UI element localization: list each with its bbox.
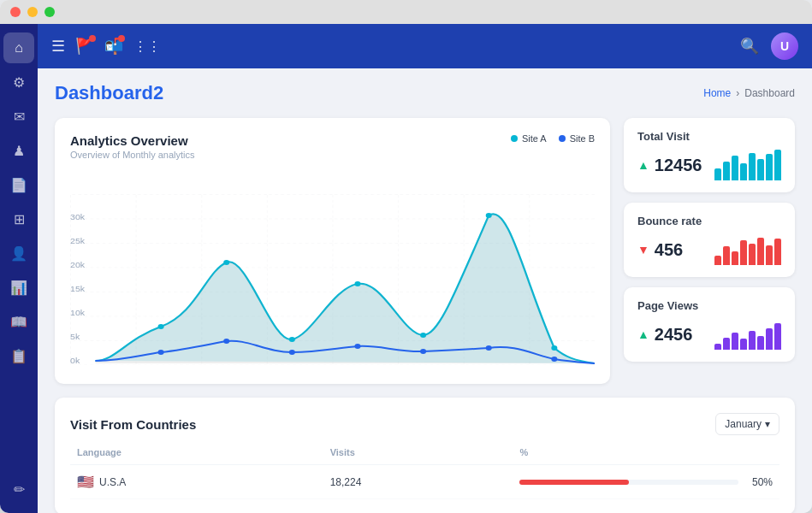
mini-bar-b4 [740,240,747,265]
user-avatar[interactable]: U [771,32,798,60]
analytics-chart-card: Analytics Overview Overview of Monthly a… [55,118,610,384]
mini-bar-8 [774,150,781,180]
countries-table-card: Visit From Countries January ▾ Language … [55,398,795,513]
point-b-5 [354,344,360,349]
team-icon[interactable]: 👤 [3,238,34,268]
search-icon[interactable]: 🔍 [740,37,759,56]
legend-label-a: Site A [522,133,547,144]
mini-bar-b2 [723,246,730,265]
close-button[interactable] [10,7,21,17]
stat-row-page-views: ▲ 2456 [637,319,781,350]
users-icon[interactable]: ♟ [3,135,34,166]
mini-bar-1 [714,168,721,180]
flag-usa: 🇺🇸 [77,474,94,490]
point-b-8 [551,357,557,362]
mini-bar-2 [723,162,730,180]
stat-value-bounce-rate: 456 [655,240,683,260]
mini-bar-v8 [774,323,781,350]
month-select-label: January [725,418,762,430]
legend-site-b: Site B [559,133,595,144]
stats-column: Total Visit ▲ 12456 [624,118,795,384]
stat-arrow-down-bounce: ▼ [637,243,649,256]
nav-flag-red[interactable]: 🚩 [75,37,94,56]
legend-dot-a [511,135,518,142]
mini-bar-v2 [723,338,730,350]
settings-icon[interactable]: ⚙ [3,67,34,97]
mini-bar-v6 [757,336,764,350]
apps-icon[interactable]: ⋮⋮ [133,38,161,55]
month-select[interactable]: January ▾ [715,413,779,435]
stat-label-total-visit: Total Visit [637,130,781,143]
point-b-2 [158,350,164,355]
grid-icon[interactable]: ⊞ [3,203,34,234]
chart-icon[interactable]: 📊 [3,272,34,303]
legend-label-b: Site B [570,133,595,144]
svg-text:20k: 20k [70,261,85,269]
percent-value-usa: 50% [752,476,773,488]
stat-card-page-views: Page Views ▲ 2456 [624,287,795,362]
progress-bar-usa [519,480,629,485]
mini-bar-v3 [732,333,738,350]
col-header-visits: Visits [330,447,520,457]
mini-bar-b5 [749,244,756,265]
svg-text:10k: 10k [70,309,85,317]
point-a-2 [158,324,164,329]
svg-text:25k: 25k [70,237,85,245]
point-a-8 [551,345,557,351]
badge-dot-mail [118,35,125,42]
mini-bar-v1 [714,344,721,350]
maximize-button[interactable] [44,7,55,17]
document-icon[interactable]: 📄 [3,169,34,200]
sidebar: ⌂ ⚙ ✉ ♟ 📄 ⊞ 👤 📊 📖 📋 ✏ [0,24,38,513]
hamburger-menu[interactable]: ☰ [51,37,65,56]
chevron-down-icon: ▾ [765,418,770,430]
svg-text:0k: 0k [70,357,80,365]
stat-label-bounce-rate: Bounce rate [637,215,781,227]
point-b-7 [486,345,492,351]
page-content: Dashboard2 Home › Dashboard Analytics Ov… [38,68,812,513]
point-a-6 [420,333,426,338]
analytics-svg: 0k 5k 10k 15k 20k 25k 30k 1 2 3 [70,194,595,365]
mini-bars-views [714,319,781,350]
stat-card-total-visit: Total Visit ▲ 12456 [624,118,795,192]
edit-icon[interactable]: ✏ [3,474,34,504]
stat-row-total-visit: ▲ 12456 [637,150,781,180]
nav-flag-mail[interactable]: 📬 [104,37,123,56]
mini-bar-b3 [732,251,738,265]
book-icon[interactable]: 📖 [3,306,34,337]
page-title: Dashboard2 [55,82,163,104]
point-a-7 [486,213,492,218]
chart-subtitle: Overview of Monthly analytics [70,150,195,160]
stat-arrow-up-visit: ▲ [637,158,649,172]
table-header-row: Visit From Countries January ▾ [70,413,779,435]
mini-bar-b1 [714,256,721,265]
mini-bar-7 [766,154,773,180]
table-column-headers: Language Visits % [70,447,779,465]
svg-text:30k: 30k [70,213,85,221]
point-b-3 [223,339,229,344]
svg-text:5k: 5k [70,333,80,341]
mini-bar-v5 [749,331,756,350]
mini-bars-bounce [714,234,781,265]
col-header-percent: % [519,447,773,457]
point-a-3 [223,260,229,265]
mail-icon[interactable]: ✉ [3,101,34,132]
mini-bars-visit [714,150,781,180]
breadcrumb-home[interactable]: Home [703,87,731,99]
table-row: 🇺🇸 U.S.A 18,224 50% [70,465,779,499]
title-bar [0,0,812,24]
point-b-6 [420,349,426,354]
visits-usa: 18,224 [330,476,520,488]
mini-bar-v7 [766,328,773,350]
legend-dot-b [559,135,566,142]
breadcrumb-separator: › [736,87,739,99]
country-label-usa: U.S.A [99,476,126,488]
col-header-language: Language [77,447,330,457]
home-icon[interactable]: ⌂ [3,32,34,63]
mini-bar-4 [740,163,747,180]
point-b-4 [289,350,295,355]
mini-bar-b6 [757,238,764,265]
minimize-button[interactable] [27,7,38,17]
mini-bar-b7 [766,245,773,265]
report-icon[interactable]: 📋 [3,340,34,371]
